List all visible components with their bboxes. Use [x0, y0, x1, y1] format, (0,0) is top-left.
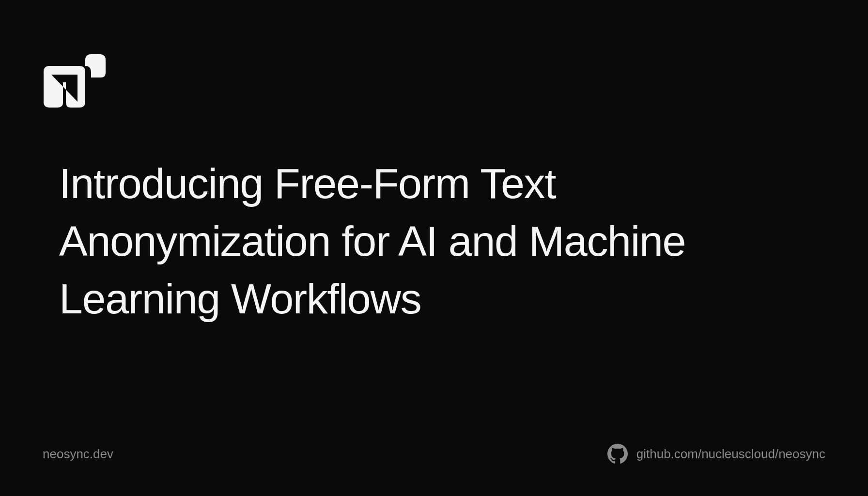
neosync-logo: [43, 54, 106, 108]
github-url: github.com/nucleuscloud/neosync: [636, 447, 825, 462]
github-link: github.com/nucleuscloud/neosync: [607, 444, 825, 464]
footer: neosync.dev github.com/nucleuscloud/neos…: [43, 444, 825, 464]
page-title: Introducing Free-Form Text Anonymization…: [59, 155, 820, 327]
github-icon: [607, 444, 628, 464]
site-url: neosync.dev: [43, 447, 113, 462]
